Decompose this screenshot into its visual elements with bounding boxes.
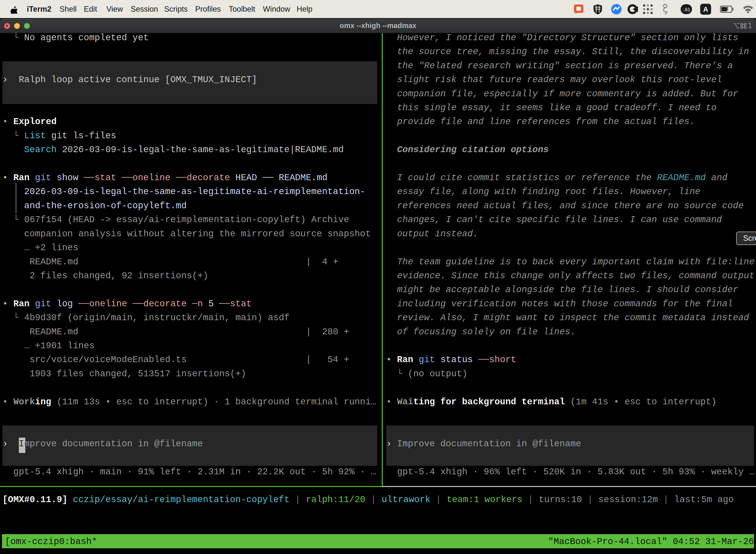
svg-text:..61: ..61 (682, 7, 690, 12)
svg-text:A: A (703, 5, 708, 13)
